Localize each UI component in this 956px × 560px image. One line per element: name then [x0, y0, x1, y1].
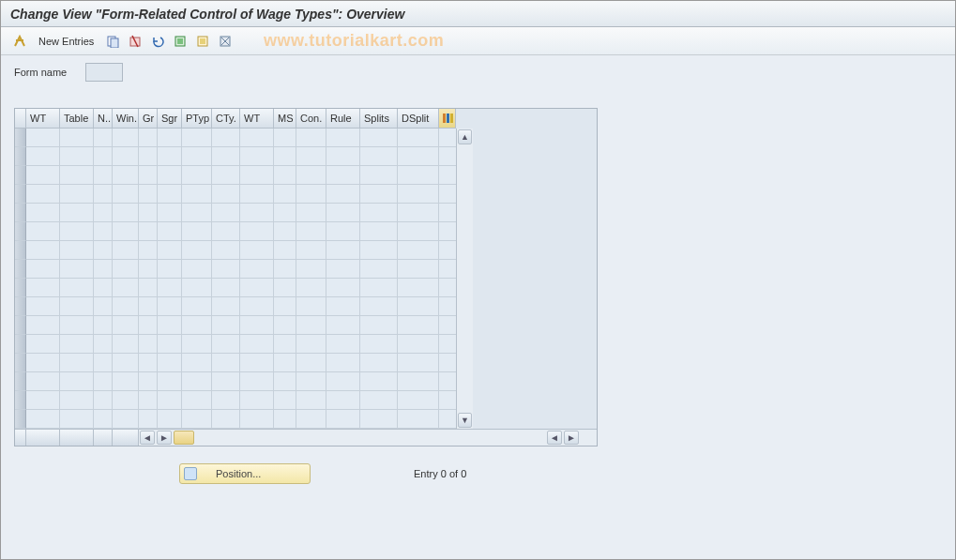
cell-wt1[interactable] — [26, 185, 60, 204]
cell-win[interactable] — [113, 222, 139, 241]
cell-ms[interactable] — [274, 391, 296, 410]
scroll-down-icon[interactable]: ▼ — [458, 413, 472, 428]
cell-ms[interactable] — [274, 147, 296, 166]
cell-n[interactable] — [94, 129, 113, 147]
cell-table[interactable] — [60, 260, 94, 279]
column-header-table[interactable]: Table — [60, 109, 94, 129]
cell-splits[interactable] — [360, 297, 398, 316]
cell-dsplit[interactable] — [398, 222, 439, 241]
cell-splits[interactable] — [360, 260, 398, 279]
cell-table[interactable] — [60, 147, 94, 166]
cell-splits[interactable] — [360, 316, 398, 335]
column-header-con[interactable]: Con. — [296, 109, 326, 129]
cell-cty[interactable] — [212, 391, 240, 410]
cell-wt1[interactable] — [26, 204, 60, 222]
cell-n[interactable] — [94, 410, 113, 429]
toggle-icon[interactable] — [10, 32, 29, 51]
cell-gr[interactable] — [139, 297, 158, 316]
cell-rule[interactable] — [326, 241, 360, 260]
cell-rule[interactable] — [326, 147, 360, 166]
cell-ptyp[interactable] — [182, 260, 212, 279]
cell-table[interactable] — [60, 241, 94, 260]
cell-con[interactable] — [296, 222, 326, 241]
cell-ptyp[interactable] — [182, 372, 212, 391]
cell-sgr[interactable] — [158, 166, 182, 185]
cell-wt1[interactable] — [26, 222, 60, 241]
cell-con[interactable] — [296, 391, 326, 410]
cell-wt1[interactable] — [26, 129, 60, 147]
column-header-dsplit[interactable]: DSplit — [398, 109, 439, 129]
cell-wt1[interactable] — [26, 410, 60, 429]
scroll-right-icon[interactable]: ► — [564, 431, 579, 445]
cell-gr[interactable] — [139, 222, 158, 241]
column-header-win[interactable]: Win. — [113, 109, 139, 129]
cell-rule[interactable] — [326, 260, 360, 279]
cell-con[interactable] — [296, 354, 326, 372]
cell-sgr[interactable] — [158, 391, 182, 410]
cell-ptyp[interactable] — [182, 166, 212, 185]
cell-con[interactable] — [296, 129, 326, 147]
cell-win[interactable] — [113, 335, 139, 354]
cell-gr[interactable] — [139, 166, 158, 185]
cell-cty[interactable] — [212, 335, 240, 354]
cell-ms[interactable] — [274, 372, 296, 391]
cell-wt1[interactable] — [26, 391, 60, 410]
row-selector[interactable] — [15, 316, 26, 335]
cell-gr[interactable] — [139, 279, 158, 297]
cell-win[interactable] — [113, 166, 139, 185]
position-button[interactable]: Position... — [179, 463, 311, 484]
cell-win[interactable] — [113, 354, 139, 372]
cell-n[interactable] — [94, 166, 113, 185]
cell-con[interactable] — [296, 279, 326, 297]
cell-dsplit[interactable] — [398, 204, 439, 222]
cell-splits[interactable] — [360, 372, 398, 391]
cell-ms[interactable] — [274, 316, 296, 335]
cell-gr[interactable] — [139, 185, 158, 204]
cell-dsplit[interactable] — [398, 185, 439, 204]
cell-wt1[interactable] — [26, 241, 60, 260]
cell-table[interactable] — [60, 354, 94, 372]
cell-wt2[interactable] — [240, 241, 274, 260]
cell-n[interactable] — [94, 297, 113, 316]
cell-ptyp[interactable] — [182, 391, 212, 410]
cell-splits[interactable] — [360, 222, 398, 241]
cell-table[interactable] — [60, 316, 94, 335]
cell-cty[interactable] — [212, 222, 240, 241]
cell-con[interactable] — [296, 166, 326, 185]
row-selector[interactable] — [15, 279, 26, 297]
cell-cty[interactable] — [212, 372, 240, 391]
scroll-track[interactable] — [457, 145, 473, 412]
row-selector[interactable] — [15, 260, 26, 279]
cell-wt2[interactable] — [240, 372, 274, 391]
cell-table[interactable] — [60, 410, 94, 429]
cell-splits[interactable] — [360, 166, 398, 185]
cell-splits[interactable] — [360, 354, 398, 372]
cell-sgr[interactable] — [158, 204, 182, 222]
column-header-gr[interactable]: Gr — [139, 109, 158, 129]
cell-ms[interactable] — [274, 410, 296, 429]
cell-ms[interactable] — [274, 260, 296, 279]
cell-con[interactable] — [296, 260, 326, 279]
cell-gr[interactable] — [139, 204, 158, 222]
delete-icon[interactable] — [126, 32, 144, 51]
cell-n[interactable] — [94, 335, 113, 354]
cell-gr[interactable] — [139, 410, 158, 429]
cell-dsplit[interactable] — [398, 260, 439, 279]
column-header-cty[interactable]: CTy. — [212, 109, 240, 129]
cell-cty[interactable] — [212, 241, 240, 260]
cell-sgr[interactable] — [158, 372, 182, 391]
cell-win[interactable] — [113, 279, 139, 297]
select-all-icon[interactable] — [171, 32, 190, 51]
new-entries-button[interactable]: New Entries — [33, 34, 99, 49]
cell-ptyp[interactable] — [182, 241, 212, 260]
cell-n[interactable] — [94, 204, 113, 222]
cell-n[interactable] — [94, 354, 113, 372]
column-header-splits[interactable]: Splits — [360, 109, 398, 129]
cell-sgr[interactable] — [158, 335, 182, 354]
cell-gr[interactable] — [139, 241, 158, 260]
undo-icon[interactable] — [148, 32, 167, 51]
row-selector[interactable] — [15, 185, 26, 204]
cell-gr[interactable] — [139, 316, 158, 335]
cell-table[interactable] — [60, 129, 94, 147]
scroll-up-icon[interactable]: ▲ — [458, 129, 472, 144]
